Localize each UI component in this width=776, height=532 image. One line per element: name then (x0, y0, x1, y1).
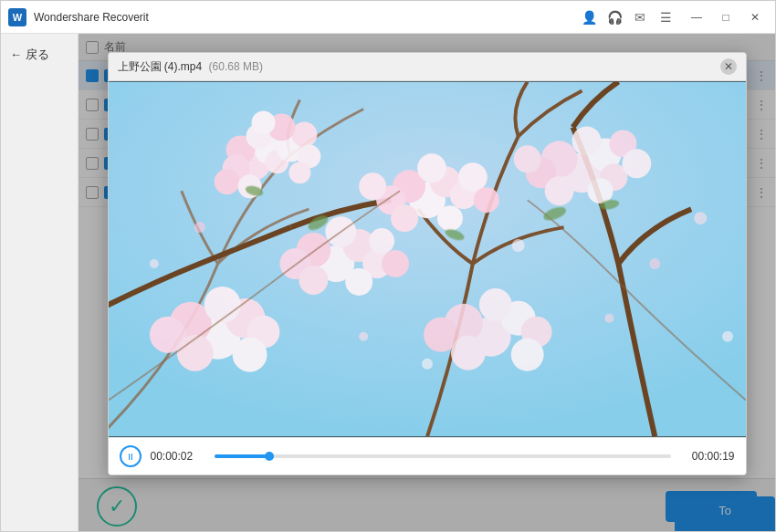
svg-point-23 (457, 162, 487, 192)
svg-point-71 (722, 331, 733, 342)
app-title: Wondershare Recoverit (34, 11, 149, 24)
user-icon[interactable]: 👤 (582, 10, 596, 25)
app-logo: W (8, 8, 26, 26)
title-bar: W Wondershare Recoverit 👤 🎧 ✉ ☰ — □ ✕ (1, 1, 775, 34)
close-button[interactable]: ✕ (742, 5, 768, 30)
svg-point-32 (587, 178, 613, 203)
svg-point-61 (510, 339, 543, 371)
svg-point-58 (478, 288, 511, 321)
svg-point-53 (232, 338, 267, 372)
svg-point-22 (391, 204, 418, 232)
headset-icon[interactable]: 🎧 (607, 10, 622, 25)
svg-point-29 (572, 126, 601, 155)
video-modal: 上野公園 (4).mp4 (60.68 MB) ✕ (108, 52, 747, 475)
sidebar: ← 戻る (1, 34, 79, 532)
minimize-button[interactable]: — (684, 5, 709, 30)
svg-point-21 (436, 205, 462, 231)
cherry-blossom-svg (109, 81, 746, 437)
title-bar-icons: 👤 🎧 ✉ ☰ — □ ✕ (582, 5, 768, 30)
app-window: W Wondershare Recoverit 👤 🎧 ✉ ☰ — □ ✕ ← … (0, 0, 776, 532)
play-pause-button[interactable]: ⏸ (120, 445, 142, 467)
svg-point-35 (622, 149, 651, 178)
svg-point-63 (194, 222, 204, 233)
progress-bar[interactable] (215, 454, 671, 458)
svg-point-12 (288, 162, 310, 183)
modal-overlay: 上野公園 (4).mp4 (60.68 MB) ✕ (79, 34, 775, 532)
current-time: 00:00:02 (151, 450, 205, 463)
modal-titlebar: 上野公園 (4).mp4 (60.68 MB) ✕ (109, 53, 746, 81)
svg-point-50 (204, 287, 240, 323)
menu-icon[interactable]: ☰ (658, 10, 673, 25)
svg-point-69 (604, 314, 613, 323)
svg-point-65 (511, 239, 524, 252)
svg-point-46 (382, 250, 409, 277)
main-content: ← 戻る 名前 上 ⋮ (1, 34, 775, 532)
video-thumbnail (109, 81, 746, 437)
mail-icon[interactable]: ✉ (633, 10, 647, 25)
modal-filesize: (60.68 MB) (209, 60, 263, 73)
svg-point-66 (649, 258, 660, 269)
svg-point-36 (513, 145, 540, 172)
svg-point-8 (291, 121, 317, 147)
svg-point-24 (473, 187, 498, 213)
svg-point-43 (345, 268, 372, 296)
progress-fill (215, 454, 269, 458)
video-area (109, 81, 746, 437)
total-time: 00:00:19 (680, 450, 735, 463)
maximize-button[interactable]: □ (713, 5, 739, 30)
title-bar-left: W Wondershare Recoverit (8, 8, 149, 26)
svg-point-68 (422, 359, 433, 370)
svg-point-67 (149, 259, 158, 268)
svg-point-62 (450, 336, 485, 370)
svg-point-11 (251, 110, 275, 134)
svg-point-33 (544, 176, 573, 205)
progress-thumb (265, 452, 274, 461)
svg-point-64 (359, 332, 368, 341)
svg-point-54 (176, 335, 213, 371)
modal-close-button[interactable]: ✕ (720, 58, 737, 75)
svg-point-18 (417, 153, 446, 183)
modal-title: 上野公園 (4).mp4 (60.68 MB) (118, 59, 263, 75)
svg-point-70 (694, 212, 707, 224)
svg-point-13 (214, 169, 239, 194)
svg-point-25 (359, 172, 386, 200)
back-button[interactable]: ← 戻る (1, 41, 78, 68)
svg-point-44 (299, 266, 328, 295)
file-area: 名前 上 ⋮ 上 ⋮ (79, 34, 775, 532)
window-controls: — □ ✕ (684, 5, 768, 30)
video-controls: ⏸ 00:00:02 00:00:19 (109, 437, 746, 475)
svg-point-45 (369, 228, 394, 254)
